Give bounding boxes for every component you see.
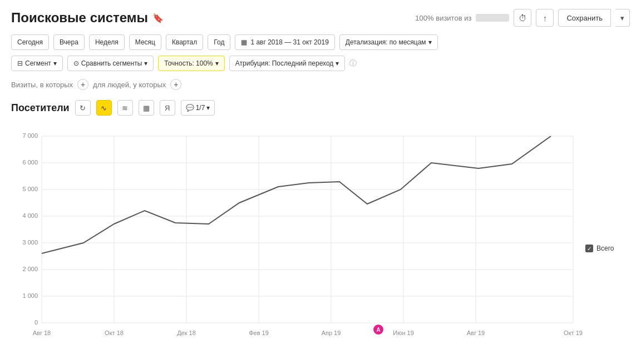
metric-count-button[interactable]: 💬 1/7 ▾ [181, 100, 215, 116]
chart-title: Посетители [11, 102, 70, 114]
svg-text:A: A [376, 327, 380, 333]
compare-icon: ⊙ [73, 59, 79, 67]
add-visit-condition-button[interactable]: + [77, 79, 88, 90]
segment-row: ⊟ Сегмент ▾ ⊙ Сравнить сегменты ▾ Точнос… [11, 56, 630, 71]
tab-year[interactable]: Год [208, 34, 230, 50]
count-label: 1/7 [196, 104, 205, 112]
detail-button[interactable]: Детализация: по месяцам ▾ [339, 34, 438, 50]
chart-header: Посетители ↻ ∿ ≋ ▦ Я 💬 1/7 ▾ [11, 100, 580, 116]
area-chart-button[interactable]: ≋ [117, 100, 133, 116]
svg-text:Авг 18: Авг 18 [33, 330, 51, 336]
bookmark-icon[interactable]: 🔖 [152, 13, 164, 23]
legend-label-total: Всего [596, 245, 614, 252]
chart-svg: 7 000 6 000 5 000 4 000 3 000 2 000 1 00… [11, 121, 595, 355]
save-button[interactable]: Сохранить [558, 9, 611, 27]
chart-line [42, 136, 551, 253]
people-condition-label: для людей, у которых [93, 81, 166, 89]
svg-text:Окт 19: Окт 19 [564, 330, 583, 336]
tab-month[interactable]: Месяц [129, 34, 161, 50]
svg-text:Дек 18: Дек 18 [177, 330, 196, 336]
compare-segments-button[interactable]: ⊙ Сравнить сегменты ▾ [67, 56, 154, 71]
segment-button[interactable]: ⊟ Сегмент ▾ [11, 56, 63, 71]
tab-quarter[interactable]: Квартал [166, 34, 203, 50]
visits-prefix: Визиты, в которых [11, 81, 73, 89]
svg-text:Окт 18: Окт 18 [105, 330, 124, 336]
refresh-chart-button[interactable]: ↻ [75, 100, 91, 116]
chevron-down-icon-attr: ▾ [336, 59, 339, 67]
svg-text:1 000: 1 000 [22, 292, 38, 299]
calendar-icon: ▦ [241, 38, 247, 46]
attribution-button[interactable]: Атрибуция: Последний переход ▾ [229, 56, 346, 71]
tab-week[interactable]: Неделя [89, 34, 125, 50]
svg-text:2 000: 2 000 [22, 266, 38, 272]
chevron-down-icon-acc: ▾ [215, 59, 219, 67]
svg-text:Авг 19: Авг 19 [467, 330, 485, 336]
tab-yesterday[interactable]: Вчера [53, 34, 85, 50]
svg-text:0: 0 [34, 319, 38, 326]
header-right: 100% визитов из ⏱ ↑ Сохранить ▾ [415, 9, 630, 27]
date-range-button[interactable]: ▦ 1 авг 2018 — 31 окт 2019 [235, 34, 334, 50]
chevron-down-icon-count: ▾ [206, 104, 210, 112]
svg-text:Апр 19: Апр 19 [322, 330, 341, 336]
save-dropdown-button[interactable]: ▾ [615, 9, 630, 27]
chevron-down-icon-seg: ▾ [53, 59, 57, 67]
svg-text:Фев 19: Фев 19 [249, 330, 269, 336]
chart-section: Посетители ↻ ∿ ≋ ▦ Я 💬 1/7 ▾ 7 000 6 000 [11, 100, 630, 356]
visits-label: 100% визитов из [415, 14, 471, 22]
attribution-label: Атрибуция: Последний переход [235, 59, 334, 67]
detail-text: Детализация: по месяцам [346, 38, 426, 46]
accuracy-button[interactable]: Точность: 100% ▾ [158, 56, 224, 71]
compare-label: Сравнить сегменты [81, 59, 142, 67]
chart-area: Посетители ↻ ∿ ≋ ▦ Я 💬 1/7 ▾ 7 000 6 000 [11, 100, 580, 356]
tab-today[interactable]: Сегодня [11, 34, 49, 50]
line-chart-button[interactable]: ∿ [96, 100, 112, 116]
yandex-icon-button[interactable]: Я [160, 100, 175, 116]
chevron-down-icon: ▾ [428, 38, 432, 46]
svg-text:Июн 19: Июн 19 [393, 330, 414, 336]
chart-svg-container: 7 000 6 000 5 000 4 000 3 000 2 000 1 00… [11, 121, 580, 356]
bar-chart-button[interactable]: ▦ [139, 100, 154, 116]
visits-source-placeholder [476, 14, 509, 22]
svg-text:7 000: 7 000 [22, 132, 38, 139]
svg-text:5 000: 5 000 [22, 186, 38, 192]
visits-condition-row: Визиты, в которых + для людей, у которых… [11, 79, 630, 90]
history-button[interactable]: ⏱ [514, 9, 531, 27]
header-row: Поисковые системы 🔖 100% визитов из ⏱ ↑ … [11, 9, 630, 27]
chevron-down-icon-cmp: ▾ [144, 59, 147, 67]
date-filter-row: Сегодня Вчера Неделя Месяц Квартал Год ▦… [11, 34, 630, 50]
export-button[interactable]: ↑ [536, 9, 554, 27]
svg-text:3 000: 3 000 [22, 239, 38, 246]
add-people-condition-button[interactable]: + [170, 79, 181, 90]
filter-icon: ⊟ [17, 59, 23, 67]
page-title: Поисковые системы 🔖 [11, 10, 164, 26]
svg-text:4 000: 4 000 [22, 212, 38, 219]
segment-label: Сегмент [25, 59, 51, 67]
date-range-text: 1 авг 2018 — 31 окт 2019 [250, 38, 328, 46]
accuracy-label: Точность: 100% [164, 59, 213, 67]
page-wrapper: Поисковые системы 🔖 100% визитов из ⏱ ↑ … [0, 0, 641, 364]
svg-text:6 000: 6 000 [22, 159, 38, 166]
title-text: Поисковые системы [11, 10, 148, 26]
info-icon[interactable]: ⓘ [349, 58, 357, 68]
bubble-icon: 💬 [186, 104, 194, 112]
